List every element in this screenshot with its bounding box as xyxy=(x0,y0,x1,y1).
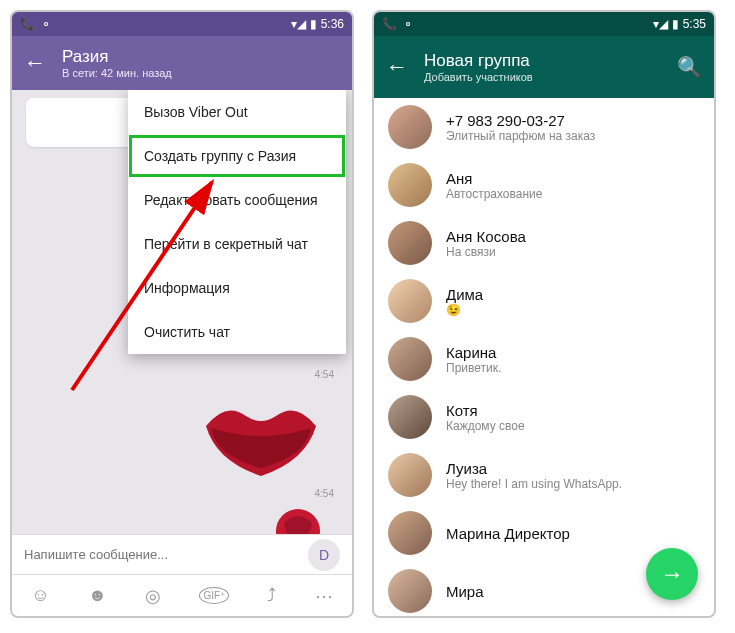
contact-row[interactable]: АняАвтострахование xyxy=(374,156,714,214)
battery-icon: ▮ xyxy=(310,17,317,31)
avatar xyxy=(388,105,432,149)
whatsapp-icon: ⚬ xyxy=(41,17,51,31)
message-time: 4:54 xyxy=(12,486,352,501)
camera-icon[interactable]: ◎ xyxy=(145,585,161,607)
bottom-toolbar: ☺ ☻ ◎ GIF⁺ ⤴ ⋯ xyxy=(12,574,352,616)
status-bar: 📞 ⚬ ▾◢ ▮ 5:36 xyxy=(12,12,352,36)
contact-status: Каждому свое xyxy=(446,419,525,433)
menu-viber-out[interactable]: Вызов Viber Out xyxy=(128,90,346,134)
wifi-icon: ▾◢ xyxy=(653,17,668,31)
whatsapp-icon: ⚬ xyxy=(403,17,413,31)
back-icon[interactable]: ← xyxy=(386,54,408,80)
contact-status: Приветик. xyxy=(446,361,501,375)
context-menu: Вызов Viber Out Создать группу с Разия Р… xyxy=(128,90,346,354)
contact-name: Мира xyxy=(446,583,484,600)
rose-sticker xyxy=(260,505,336,534)
contact-row[interactable]: КотяКаждому свое xyxy=(374,388,714,446)
menu-clear-chat[interactable]: Очистить чат xyxy=(128,310,346,354)
contact-status: 😉 xyxy=(446,303,483,317)
avatar xyxy=(388,221,432,265)
contact-list[interactable]: +7 983 290-03-27Элитный парфюм на заказА… xyxy=(374,98,714,616)
contact-status: Hey there! I am using WhatsApp. xyxy=(446,477,622,491)
contact-name: Котя xyxy=(446,402,525,419)
contact-name: +7 983 290-03-27 xyxy=(446,112,595,129)
contact-row[interactable]: ЛуизаHey there! I am using WhatsApp. xyxy=(374,446,714,504)
avatar xyxy=(388,395,432,439)
contact-name: Луиза xyxy=(446,460,622,477)
avatar xyxy=(388,453,432,497)
contact-row[interactable]: +7 983 290-03-27Элитный парфюм на заказ xyxy=(374,98,714,156)
search-icon[interactable]: 🔍 xyxy=(677,55,702,79)
chat-title: Разия xyxy=(62,47,172,67)
contact-row[interactable]: Аня КосоваНа связи xyxy=(374,214,714,272)
menu-edit-messages[interactable]: Редактировать сообщения xyxy=(128,178,346,222)
status-time: 5:36 xyxy=(321,17,344,31)
sticker-icon[interactable]: ☻ xyxy=(88,585,107,606)
viber-screen: 📞 ⚬ ▾◢ ▮ 5:36 ← Разия В сети: 42 мин. на… xyxy=(10,10,354,618)
back-icon[interactable]: ← xyxy=(24,50,46,76)
mic-icon[interactable]: ⋯ xyxy=(315,585,333,607)
avatar xyxy=(388,569,432,613)
message-input[interactable] xyxy=(24,547,308,562)
avatar xyxy=(388,511,432,555)
contact-name: Аня Косова xyxy=(446,228,526,245)
avatar xyxy=(388,337,432,381)
contact-name: Аня xyxy=(446,170,542,187)
lips-sticker xyxy=(186,386,336,486)
contact-status: Элитный парфюм на заказ xyxy=(446,129,595,143)
chat-body: ♡ Сообщения, котор чат, защищены По Вызо… xyxy=(12,90,352,534)
chat-subtitle: В сети: 42 мин. назад xyxy=(62,67,172,79)
screen-title: Новая группа xyxy=(424,51,533,71)
next-button[interactable]: → xyxy=(646,548,698,600)
message-time: 4:54 xyxy=(12,367,352,382)
message-composer: D xyxy=(12,534,352,574)
app-bar: ← Новая группа Добавить участников 🔍 xyxy=(374,36,714,98)
send-button[interactable]: D xyxy=(308,539,340,571)
status-bar: 📞 ⚬ ▾◢ ▮ 5:35 xyxy=(374,12,714,36)
contact-name: Карина xyxy=(446,344,501,361)
menu-information[interactable]: Информация xyxy=(128,266,346,310)
more-icon[interactable]: ⤴ xyxy=(267,585,276,606)
call-icon: 📞 xyxy=(382,17,397,31)
avatar xyxy=(388,163,432,207)
screen-subtitle: Добавить участников xyxy=(424,71,533,83)
gif-icon[interactable]: GIF⁺ xyxy=(199,587,229,604)
contact-row[interactable]: Дима😉 xyxy=(374,272,714,330)
status-time: 5:35 xyxy=(683,17,706,31)
smiley-icon[interactable]: ☺ xyxy=(31,585,49,606)
contact-status: На связи xyxy=(446,245,526,259)
wifi-icon: ▾◢ xyxy=(291,17,306,31)
app-bar: ← Разия В сети: 42 мин. назад xyxy=(12,36,352,90)
menu-secret-chat[interactable]: Перейти в секретный чат xyxy=(128,222,346,266)
menu-create-group[interactable]: Создать группу с Разия xyxy=(128,134,346,178)
whatsapp-screen: 📞 ⚬ ▾◢ ▮ 5:35 ← Новая группа Добавить уч… xyxy=(372,10,716,618)
call-icon: 📞 xyxy=(20,17,35,31)
avatar xyxy=(388,279,432,323)
contact-name: Марина Директор xyxy=(446,525,570,542)
contact-row[interactable]: КаринаПриветик. xyxy=(374,330,714,388)
battery-icon: ▮ xyxy=(672,17,679,31)
contact-status: Автострахование xyxy=(446,187,542,201)
contact-name: Дима xyxy=(446,286,483,303)
